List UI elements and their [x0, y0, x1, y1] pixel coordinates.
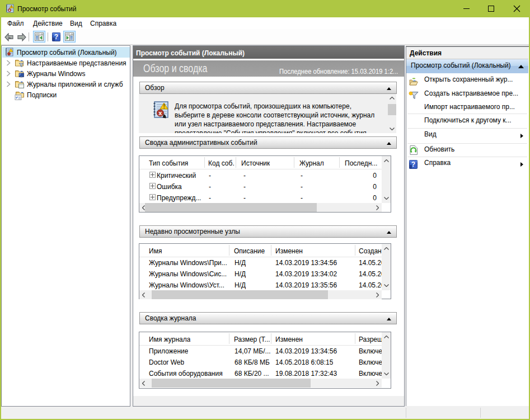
svg-text:!: !: [11, 5, 12, 8]
svg-text:?: ?: [411, 161, 415, 168]
svg-text:x: x: [158, 110, 162, 116]
svg-text:?: ?: [54, 33, 58, 41]
svg-text:!: !: [163, 103, 165, 110]
